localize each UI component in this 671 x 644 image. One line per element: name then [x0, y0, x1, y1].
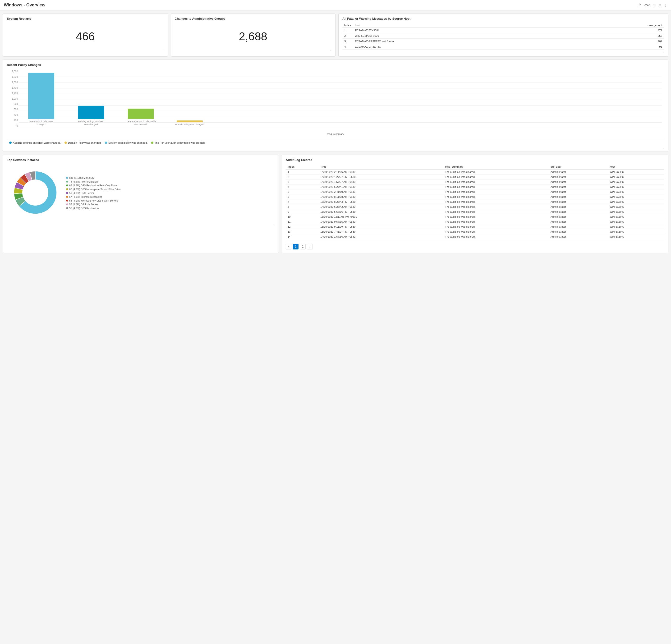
- chart-area: 02004006008001,0001,2001,4001,6001,8002,…: [7, 69, 664, 138]
- cell-index: 6: [286, 194, 318, 199]
- col-error-count: error_count: [571, 23, 664, 28]
- prev-page-btn[interactable]: ‹: [286, 244, 291, 250]
- audit-log-panel: Audit Log Cleared Index Time msg_summary…: [282, 155, 668, 253]
- audit-col-time: Time: [318, 164, 443, 169]
- pie-dot: [66, 181, 68, 182]
- legend-dot: [9, 141, 12, 144]
- audit-log-title: Audit Log Cleared: [286, 158, 664, 162]
- list-item: 56 (4.1%) Microsoft Key Distribution Ser…: [66, 199, 121, 202]
- system-restarts-value: 466: [7, 23, 164, 48]
- y-axis-label: 600: [8, 108, 18, 111]
- cell-msg: The audit log was cleared.: [443, 175, 549, 179]
- list-item: 55 (4.0%) DS Role Server: [66, 203, 121, 206]
- pie-dot: [66, 188, 68, 190]
- pie-dot: [66, 177, 68, 179]
- page-title: Windows - Overview: [4, 3, 45, 8]
- bar[interactable]: [78, 106, 104, 119]
- cell-user: Administrator: [549, 224, 608, 229]
- y-axis: 02004006008001,0001,2001,4001,6001,8002,…: [7, 69, 19, 128]
- filter-icon[interactable]: ⊞: [659, 3, 661, 7]
- cell-host: WIN-6C5PO: [608, 175, 664, 179]
- cell-user: Administrator: [549, 229, 608, 234]
- table-row: 14 14/10/2020 1:57:36 AM +0530 The audit…: [286, 234, 664, 239]
- cell-msg: The audit log was cleared.: [443, 199, 549, 204]
- cell-index: 9: [286, 210, 318, 214]
- cell-host: WIN-6C5PO: [608, 199, 664, 204]
- table-row: 5 14/10/2020 2:41:10 AM +0530 The audit …: [286, 189, 664, 194]
- refresh-icon[interactable]: ↻: [653, 3, 656, 7]
- cell-host: WIN-6C5PO: [608, 234, 664, 239]
- page-1-btn[interactable]: 1: [293, 244, 299, 250]
- bar-label: Auditing settings on object were changed…: [76, 120, 106, 126]
- cell-index[interactable]: 12: [286, 224, 318, 229]
- menu-icon[interactable]: ⋮: [664, 3, 667, 7]
- cell-msg: The audit log was cleared.: [443, 189, 549, 194]
- table-row: 13 13/10/2020 7:41:07 PM +0530 The audit…: [286, 229, 664, 234]
- cell-user: Administrator: [549, 204, 608, 210]
- gridline: [19, 128, 662, 128]
- table-row: 3 14/10/2020 1:57:37 AM +0530 The audit …: [286, 179, 664, 185]
- pagination: ‹ 1 2 ›: [286, 242, 664, 250]
- cell-user: Administrator: [549, 234, 608, 239]
- legend-label: Domain Policy was changed.: [68, 141, 101, 144]
- main-content: System Restarts 466 ⌞ Changes to Adminis…: [0, 10, 671, 256]
- list-item: 59 (4.3%) DNS Server: [66, 192, 121, 194]
- top-row: System Restarts 466 ⌞ Changes to Adminis…: [3, 13, 668, 57]
- cell-host: WIN-6C5P05FS029: [353, 33, 572, 39]
- table-row: 6 14/10/2020 8:11:08 AM +0530 The audit …: [286, 194, 664, 199]
- cell-index: 7: [286, 199, 318, 204]
- bar-label: System audit policy was changed.: [26, 120, 57, 126]
- table-row: 7 13/10/2020 8:27:43 PM +0530 The audit …: [286, 199, 664, 204]
- cell-msg: The audit log was cleared.: [443, 224, 549, 229]
- admin-changes-panel: Changes to Administrative Groups 2,688 ⌞: [171, 13, 336, 57]
- cell-msg: The audit log was cleared.: [443, 210, 549, 214]
- services-indicator: ⌞: [7, 222, 275, 225]
- pie-dot: [66, 207, 68, 209]
- cell-host: WIN-6C5PO: [608, 204, 664, 210]
- cell-index[interactable]: 11: [286, 219, 318, 224]
- cell-error-count: 256: [571, 33, 664, 39]
- table-row: 12 13/10/2020 9:11:09 PM +0530 The audit…: [286, 224, 664, 229]
- pie-dot: [66, 200, 68, 202]
- system-restarts-title: System Restarts: [7, 17, 164, 21]
- y-axis-label: 2,000: [8, 70, 18, 73]
- cell-index: 1: [342, 28, 353, 33]
- bottom-row: Top Services Installed 846 (61.3%) MpKsl…: [3, 155, 668, 253]
- fatal-messages-indicator: ⌞: [342, 50, 664, 53]
- cell-time: 14/10/2020 4:27:37 PM +0530: [318, 175, 443, 179]
- bar[interactable]: [128, 109, 154, 119]
- list-item: 60 (4.3%) DFS Namespace Server Filter Dr…: [66, 188, 121, 191]
- cell-index: 1: [286, 169, 318, 175]
- cell-index[interactable]: 14: [286, 234, 318, 239]
- col-host: host: [353, 23, 572, 28]
- pie-dot: [66, 196, 68, 198]
- audit-col-index: Index: [286, 164, 318, 169]
- page-2-btn[interactable]: 2: [300, 244, 306, 250]
- next-page-btn[interactable]: ›: [307, 244, 313, 250]
- cell-host: EC2AMAZ-ER3EF3C.test.format: [353, 39, 572, 44]
- policy-chart-panel: Recent Policy Changes 02004006008001,000…: [3, 60, 668, 152]
- y-axis-label: 1,000: [8, 98, 18, 100]
- bar[interactable]: [177, 121, 203, 122]
- cell-host: WIN-6C5PO: [608, 169, 664, 175]
- cell-host: WIN-6C5PO: [608, 185, 664, 189]
- y-axis-label: 1,400: [8, 87, 18, 89]
- cell-host: WIN-6C5PO: [608, 224, 664, 229]
- cell-user: Administrator: [549, 169, 608, 175]
- list-item: 57 (4.1%) Intersite Messaging: [66, 195, 121, 198]
- time-range[interactable]: -24h: [644, 3, 650, 7]
- table-row: 8 14/10/2020 6:27:42 AM +0530 The audit …: [286, 204, 664, 210]
- pie-label-text: 55 (4.0%) DS Role Server: [69, 203, 98, 206]
- cell-msg: The audit log was cleared.: [443, 204, 549, 210]
- bar-group: Domain Policy was changed.: [175, 121, 204, 126]
- cell-time: 14/10/2020 1:57:37 AM +0530: [318, 179, 443, 185]
- cell-user: Administrator: [549, 189, 608, 194]
- cell-msg: The audit log was cleared.: [443, 229, 549, 234]
- cell-index[interactable]: 13: [286, 229, 318, 234]
- pie-label-text: 60 (4.3%) DFS Namespace Server Filter Dr…: [69, 188, 121, 191]
- cell-error-count: 91: [571, 44, 664, 50]
- bar[interactable]: [28, 73, 54, 119]
- cell-user: Administrator: [549, 175, 608, 179]
- cell-error-count: 204: [571, 39, 664, 44]
- fatal-messages-panel: All Fatal or Warning Messages by Source …: [338, 13, 668, 57]
